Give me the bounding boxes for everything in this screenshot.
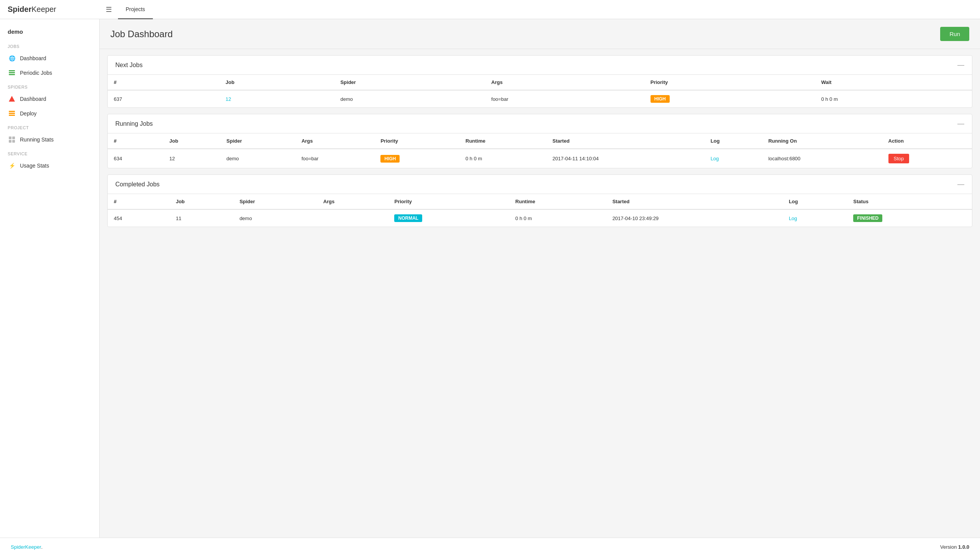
main-content: Job Dashboard Run Next Jobs — # Job Spid…: [100, 19, 980, 538]
next-jobs-row-job: 12: [220, 90, 334, 107]
sidebar-section-jobs: JOBS: [0, 39, 99, 51]
completed-jobs-row-priority: NORMAL: [388, 209, 509, 227]
stop-button[interactable]: Stop: [888, 154, 910, 163]
next-jobs-row-wait: 0 h 0 m: [815, 90, 972, 107]
running-log-link[interactable]: Log: [711, 156, 719, 161]
sidebar-item-jobs-dashboard[interactable]: 🌐 Dashboard: [0, 51, 99, 66]
next-jobs-title: Next Jobs: [115, 62, 143, 69]
running-jobs-row-priority: HIGH: [374, 149, 459, 168]
next-jobs-row: 637 12 demo foo=bar HIGH 0 h 0 m: [108, 90, 972, 107]
completed-log-link[interactable]: Log: [789, 215, 797, 221]
svg-rect-8: [12, 137, 15, 139]
sidebar: demo JOBS 🌐 Dashboard Periodic Jobs SPID…: [0, 19, 100, 538]
completed-jobs-title: Completed Jobs: [115, 181, 160, 188]
running-jobs-col-runtime: Runtime: [459, 133, 546, 149]
layout: demo JOBS 🌐 Dashboard Periodic Jobs SPID…: [0, 19, 980, 538]
completed-jobs-row-id: 454: [108, 209, 170, 227]
running-jobs-col-started: Started: [546, 133, 705, 149]
running-jobs-row-id: 634: [108, 149, 163, 168]
next-jobs-col-priority: Priority: [644, 75, 815, 90]
running-jobs-row-running-on: localhost:6800: [762, 149, 882, 168]
sidebar-item-running-stats[interactable]: Running Stats: [0, 132, 99, 147]
running-jobs-toggle[interactable]: —: [957, 120, 964, 128]
running-jobs-col-args: Args: [295, 133, 375, 149]
run-button[interactable]: Run: [940, 27, 969, 41]
next-jobs-job-link[interactable]: 12: [226, 96, 231, 102]
next-jobs-row-args: foo=bar: [485, 90, 644, 107]
usage-stats-icon: ⚡: [8, 161, 16, 170]
completed-jobs-row-log: Log: [783, 209, 847, 227]
completed-jobs-header: Completed Jobs —: [108, 175, 972, 194]
next-jobs-col-spider: Spider: [334, 75, 485, 90]
completed-jobs-col-runtime: Runtime: [509, 194, 606, 209]
brand-light: Keeper: [31, 5, 56, 13]
deploy-icon: [8, 109, 16, 118]
running-jobs-row-started: 2017-04-11 14:10:04: [546, 149, 705, 168]
next-jobs-table: # Job Spider Args Priority Wait 637 12 d…: [108, 75, 972, 107]
completed-jobs-toggle[interactable]: —: [957, 180, 964, 188]
running-jobs-row-spider: demo: [220, 149, 295, 168]
svg-rect-1: [9, 72, 15, 73]
next-jobs-row-id: 637: [108, 90, 220, 107]
next-jobs-section: Next Jobs — # Job Spider Args Priority W…: [107, 55, 972, 108]
completed-jobs-col-log: Log: [783, 194, 847, 209]
running-jobs-header: Running Jobs —: [108, 114, 972, 133]
sidebar-label-usage-stats: Usage Stats: [20, 163, 49, 169]
next-jobs-header: Next Jobs —: [108, 56, 972, 75]
brand-bold: Spider: [8, 5, 31, 13]
completed-jobs-row-spider: demo: [233, 209, 317, 227]
sidebar-label-deploy: Deploy: [20, 110, 37, 117]
running-jobs-row-log: Log: [705, 149, 762, 168]
page-title: Job Dashboard: [110, 29, 173, 39]
footer-version-number: 1.0.0: [958, 544, 969, 550]
next-jobs-col-args: Args: [485, 75, 644, 90]
completed-jobs-col-job: Job: [170, 194, 233, 209]
running-jobs-col-priority: Priority: [374, 133, 459, 149]
running-jobs-row-job: 12: [163, 149, 220, 168]
running-jobs-col-id: #: [108, 133, 163, 149]
svg-rect-2: [9, 74, 15, 75]
sidebar-section-service: SERVICE: [0, 147, 99, 158]
priority-badge-high: HIGH: [651, 95, 670, 103]
footer-version-area: Version 1.0.0: [940, 544, 969, 550]
svg-rect-7: [9, 137, 11, 139]
hamburger-icon[interactable]: ☰: [100, 5, 118, 14]
next-jobs-toggle[interactable]: —: [957, 61, 964, 69]
completed-jobs-row: 454 11 demo NORMAL 0 h 0 m 2017-04-10 23…: [108, 209, 972, 227]
completed-jobs-col-started: Started: [606, 194, 783, 209]
svg-rect-9: [9, 140, 11, 143]
completed-jobs-row-job: 11: [170, 209, 233, 227]
svg-rect-4: [9, 111, 15, 112]
running-jobs-col-job: Job: [163, 133, 220, 149]
top-nav: SpiderKeeper ☰ Projects: [0, 0, 980, 19]
running-jobs-row: 634 12 demo foo=bar HIGH 0 h 0 m 2017-04…: [108, 149, 972, 168]
sidebar-item-spiders-dashboard[interactable]: Dashboard: [0, 92, 99, 106]
sidebar-item-usage-stats[interactable]: ⚡ Usage Stats: [0, 158, 99, 173]
running-jobs-col-action: Action: [882, 133, 972, 149]
sidebar-section-project: PROJECT: [0, 121, 99, 132]
running-jobs-col-running-on: Running On: [762, 133, 882, 149]
projects-tab[interactable]: Projects: [118, 0, 153, 19]
completed-jobs-row-runtime: 0 h 0 m: [509, 209, 606, 227]
completed-jobs-row-status: FINISHED: [847, 209, 972, 227]
running-jobs-table: # Job Spider Args Priority Runtime Start…: [108, 133, 972, 168]
running-jobs-title: Running Jobs: [115, 120, 153, 127]
sidebar-label-periodic-jobs: Periodic Jobs: [20, 70, 52, 76]
completed-jobs-col-id: #: [108, 194, 170, 209]
running-stats-icon: [8, 135, 16, 144]
next-jobs-col-id: #: [108, 75, 220, 90]
completed-jobs-section: Completed Jobs — # Job Spider Args Prior…: [107, 174, 972, 227]
completed-jobs-col-priority: Priority: [388, 194, 509, 209]
sidebar-label-spiders-dashboard: Dashboard: [20, 96, 46, 102]
svg-rect-0: [9, 70, 15, 71]
sidebar-item-deploy[interactable]: Deploy: [0, 106, 99, 121]
completed-jobs-col-status: Status: [847, 194, 972, 209]
next-jobs-col-job: Job: [220, 75, 334, 90]
sidebar-item-periodic-jobs[interactable]: Periodic Jobs: [0, 66, 99, 80]
running-jobs-col-spider: Spider: [220, 133, 295, 149]
completed-jobs-row-args: [317, 209, 388, 227]
next-jobs-row-priority: HIGH: [644, 90, 815, 107]
svg-rect-6: [9, 115, 15, 116]
footer-brand-name: SpiderKeeper: [11, 544, 41, 550]
completed-jobs-col-args: Args: [317, 194, 388, 209]
